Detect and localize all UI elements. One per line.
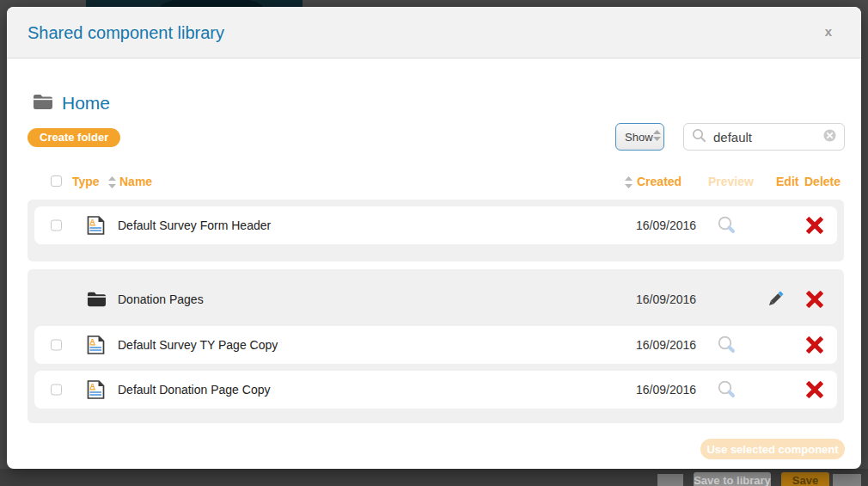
- chevron-up-down-icon: [653, 129, 661, 145]
- select-all-checkbox[interactable]: [51, 175, 62, 187]
- sort-arrows-icon[interactable]: [625, 176, 633, 191]
- preview-magnifier-icon[interactable]: [715, 215, 739, 236]
- show-dropdown[interactable]: Show: [615, 123, 664, 151]
- created-date: 16/09/2016: [636, 383, 696, 397]
- background-button-fragment: [657, 474, 683, 486]
- svg-text:A: A: [90, 218, 95, 226]
- component-name: Default Donation Page Copy: [118, 383, 270, 397]
- delete-cross-icon[interactable]: [803, 335, 827, 354]
- component-icon: A: [87, 216, 105, 236]
- clear-search-icon[interactable]: [823, 129, 836, 145]
- column-header-delete: Delete: [804, 175, 840, 188]
- delete-cross-icon[interactable]: [803, 380, 827, 399]
- row-checkbox[interactable]: [51, 220, 62, 231]
- save-to-library-button: Save to library: [694, 472, 771, 486]
- folder-icon: [33, 94, 53, 114]
- breadcrumb[interactable]: Home: [33, 93, 110, 114]
- background-button-fragment: [833, 474, 861, 486]
- delete-cross-icon[interactable]: [803, 216, 827, 235]
- table-row: A Default Donation Page Copy 16/09/2016: [34, 371, 837, 409]
- background-bottom-toolbar: Save to library Save: [0, 469, 868, 486]
- table-header: Type Name Created Preview Edit Delete: [7, 173, 861, 194]
- show-dropdown-label: Show: [625, 131, 653, 144]
- created-date: 16/09/2016: [636, 338, 696, 352]
- edit-pencil-icon[interactable]: [763, 289, 787, 310]
- column-header-name[interactable]: Name: [119, 175, 152, 188]
- preview-magnifier-icon[interactable]: [715, 379, 739, 400]
- screen: Save to library Save Shared component li…: [0, 0, 868, 486]
- search-box: [683, 123, 845, 151]
- component-icon: A: [87, 380, 105, 400]
- component-name: Default Survey Form Header: [118, 218, 271, 232]
- use-selected-component-button[interactable]: Use selected component: [700, 439, 845, 459]
- row-checkbox[interactable]: [51, 340, 62, 351]
- column-header-type[interactable]: Type: [72, 175, 100, 188]
- svg-text:A: A: [90, 337, 95, 346]
- background-media-thumbnail: [86, 0, 303, 7]
- folder-group: Donation Pages 16/09/2016: [28, 269, 844, 423]
- component-group: A Default Survey Form Header 16/09/2016: [28, 200, 844, 261]
- current-folder-label: Home: [62, 93, 110, 114]
- svg-text:A: A: [90, 382, 95, 391]
- save-button: Save: [781, 472, 829, 486]
- create-folder-button[interactable]: Create folder: [28, 128, 120, 147]
- created-date: 16/09/2016: [636, 292, 696, 306]
- close-icon[interactable]: x: [825, 7, 832, 57]
- component-name: Default Survey TY Page Copy: [118, 338, 278, 352]
- table-row: A Default Survey TY Page Copy 16/09/2016: [34, 326, 837, 364]
- modal-title: Shared component library: [28, 7, 224, 58]
- folder-row: Donation Pages 16/09/2016: [34, 280, 837, 319]
- shared-component-library-modal: Shared component library x Home Create f…: [7, 7, 861, 469]
- sort-arrows-icon[interactable]: [108, 176, 116, 191]
- delete-cross-icon[interactable]: [803, 290, 827, 309]
- column-header-edit: Edit: [776, 175, 798, 188]
- row-checkbox[interactable]: [51, 384, 62, 396]
- component-icon: A: [87, 335, 105, 355]
- search-icon: [692, 128, 706, 146]
- column-header-created[interactable]: Created: [637, 175, 682, 188]
- created-date: 16/09/2016: [636, 218, 696, 232]
- folder-name[interactable]: Donation Pages: [118, 292, 204, 306]
- column-header-preview: Preview: [708, 175, 754, 188]
- folder-icon: [87, 292, 107, 308]
- table-row: A Default Survey Form Header 16/09/2016: [34, 206, 837, 244]
- preview-magnifier-icon[interactable]: [715, 335, 739, 355]
- search-input[interactable]: [713, 130, 816, 145]
- modal-header: Shared component library x: [7, 7, 861, 58]
